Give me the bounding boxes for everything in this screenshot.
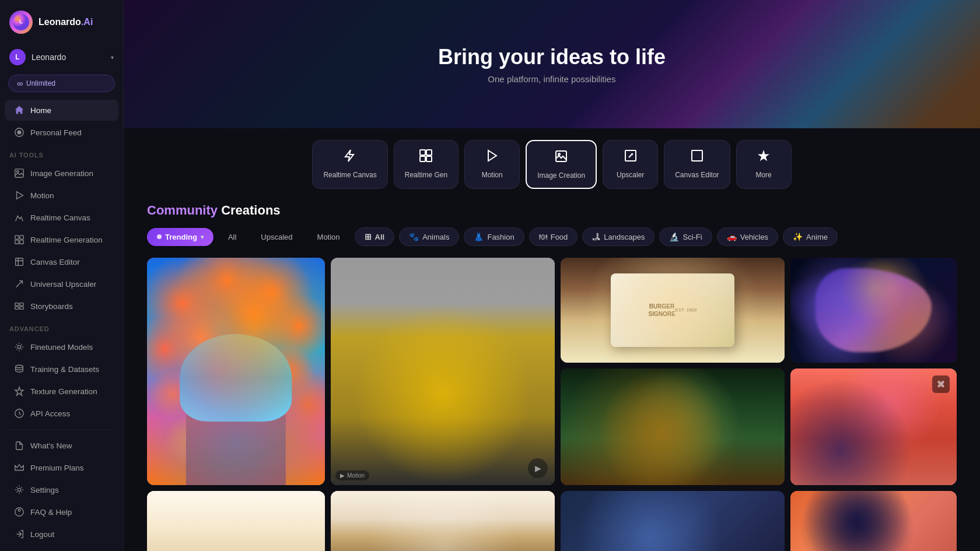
- cmd-overlay: ⌘: [932, 375, 950, 393]
- svg-marker-23: [488, 150, 496, 161]
- logo-avatar: L: [9, 10, 33, 34]
- main-content: Bring your ideas to life One platform, i…: [124, 0, 980, 551]
- sidebar-item-premium-plans[interactable]: Premium Plans: [5, 457, 118, 478]
- image-chameleon[interactable]: [561, 368, 785, 485]
- image-generation-icon: [14, 168, 24, 178]
- filter-cat-vehicles[interactable]: 🚗 Vehicles: [717, 227, 778, 246]
- filter-row: Trending ▾ All Upscaled Motion ⊞ All 🐾 A…: [147, 227, 957, 246]
- svg-rect-27: [692, 150, 702, 161]
- texture-icon: [14, 386, 24, 396]
- filter-motion[interactable]: Motion: [307, 228, 350, 246]
- tools-row: Realtime Canvas Realtime Gen Motion Imag…: [124, 128, 980, 203]
- filter-trending[interactable]: Trending ▾: [147, 228, 214, 246]
- svg-rect-22: [426, 156, 432, 162]
- training-icon: [14, 364, 24, 374]
- sidebar-item-realtime-generation[interactable]: Realtime Generation: [5, 229, 118, 250]
- tool-realtime-canvas[interactable]: Realtime Canvas: [312, 140, 387, 189]
- image-cream[interactable]: [147, 491, 325, 551]
- landscapes-icon: 🏞: [592, 232, 600, 241]
- play-button[interactable]: ▶: [528, 458, 548, 478]
- sidebar-item-logout[interactable]: Logout: [5, 524, 118, 545]
- hero-subtitle: One platform, infinite possibilities: [438, 74, 666, 84]
- image-illustration[interactable]: ⌘: [790, 368, 957, 485]
- image-yellow-suit[interactable]: ▶ ▶ Motion: [331, 258, 555, 485]
- sidebar-item-texture-generation[interactable]: Texture Generation: [5, 381, 118, 402]
- hero-section: Bring your ideas to life One platform, i…: [124, 0, 980, 128]
- filter-cat-fashion[interactable]: 👗 Fashion: [464, 227, 524, 246]
- sidebar-item-motion[interactable]: Motion: [5, 185, 118, 206]
- plan-badge[interactable]: ∞ Unlimited: [8, 75, 115, 92]
- canvas-editor-sidebar-icon: [14, 257, 24, 267]
- ai-tools-section-label: AI Tools: [0, 143, 123, 162]
- image-anime-girl[interactable]: [790, 491, 957, 551]
- tool-more[interactable]: More: [736, 140, 792, 189]
- user-menu[interactable]: L Leonardo ▾: [0, 44, 123, 70]
- whats-new-icon: [14, 440, 24, 451]
- svg-rect-10: [16, 258, 23, 266]
- filter-cat-animals[interactable]: 🐾 Animals: [399, 227, 459, 246]
- user-name: Leonardo: [32, 52, 105, 62]
- filter-cat-landscapes[interactable]: 🏞 Landscapes: [582, 227, 654, 246]
- sidebar-item-whats-new[interactable]: What's New: [5, 435, 118, 456]
- trending-chevron-icon: ▾: [201, 234, 204, 240]
- svg-text:L: L: [19, 18, 23, 24]
- motion-sidebar-icon: [14, 190, 24, 201]
- tool-image-creation[interactable]: Image Creation: [526, 140, 597, 189]
- filter-cat-food[interactable]: 🍽 Food: [529, 227, 578, 246]
- sidebar-item-personal-feed[interactable]: Personal Feed: [5, 122, 118, 143]
- sidebar-item-finetuned-models[interactable]: Finetuned Models: [5, 336, 118, 357]
- svg-marker-5: [17, 192, 23, 199]
- svg-rect-20: [426, 150, 432, 155]
- all-cat-icon: ⊞: [365, 232, 372, 241]
- svg-rect-13: [15, 307, 19, 310]
- upscaler-sidebar-icon: [14, 279, 24, 289]
- image-3d-abstract[interactable]: [790, 258, 957, 363]
- tool-upscaler[interactable]: Upscaler: [603, 140, 658, 189]
- image-burger[interactable]: BURGERSIGNOREEST. 1922: [561, 258, 785, 363]
- tool-motion[interactable]: Motion: [464, 140, 520, 189]
- image-fashion-woman[interactable]: [147, 258, 325, 485]
- sidebar-item-storyboards[interactable]: Storyboards: [5, 296, 118, 317]
- image-grid-row2: [147, 491, 957, 551]
- sidebar-item-training-datasets[interactable]: Training & Datasets: [5, 359, 118, 380]
- food-icon: 🍽: [539, 232, 547, 241]
- svg-rect-11: [15, 303, 19, 306]
- home-icon: [14, 105, 24, 115]
- image-creation-icon: [554, 149, 568, 167]
- svg-point-4: [17, 171, 19, 173]
- hero-content: Bring your ideas to life One platform, i…: [438, 45, 666, 84]
- realtime-canvas-sidebar-icon: [14, 212, 24, 223]
- upscaler-icon: [624, 149, 638, 166]
- filter-upscaled[interactable]: Upscaled: [251, 228, 302, 246]
- filter-cat-sci-fi[interactable]: 🔬 Sci-Fi: [659, 227, 712, 246]
- motion-label-tool: Motion: [482, 171, 503, 179]
- image-extra[interactable]: [561, 491, 785, 551]
- unlimited-icon: ∞: [17, 79, 23, 88]
- sidebar-item-faq-help[interactable]: FAQ & Help: [5, 501, 118, 522]
- svg-rect-9: [20, 240, 23, 244]
- sidebar-item-home[interactable]: Home: [5, 100, 118, 121]
- sidebar-item-image-generation[interactable]: Image Generation: [5, 163, 118, 184]
- filter-cat-anime[interactable]: ✨ Anime: [783, 227, 838, 246]
- sidebar-item-settings[interactable]: Settings: [5, 479, 118, 500]
- more-label: More: [755, 171, 771, 179]
- sidebar-item-api-access[interactable]: API Access: [5, 403, 118, 424]
- realtime-canvas-label: Realtime Canvas: [323, 171, 376, 179]
- sidebar-item-universal-upscaler[interactable]: Universal Upscaler: [5, 273, 118, 294]
- tool-canvas-editor[interactable]: Canvas Editor: [664, 140, 730, 189]
- logo[interactable]: L Leonardo.Ai: [0, 0, 123, 44]
- image-creation-label: Image Creation: [537, 171, 585, 180]
- sidebar-item-canvas-editor[interactable]: Canvas Editor: [5, 251, 118, 272]
- sidebar-item-realtime-canvas[interactable]: Realtime Canvas: [5, 207, 118, 228]
- filter-all-time[interactable]: All: [218, 228, 246, 246]
- anime-icon: ✨: [793, 232, 803, 241]
- svg-rect-12: [20, 303, 23, 306]
- community-title-rest: Creations: [221, 203, 280, 217]
- svg-rect-6: [15, 236, 19, 239]
- more-icon: [757, 149, 771, 166]
- chevron-down-icon: ▾: [111, 54, 114, 61]
- tool-realtime-gen[interactable]: Realtime Gen: [394, 140, 459, 189]
- image-bag[interactable]: [331, 491, 555, 551]
- svg-rect-8: [15, 240, 19, 244]
- filter-cat-all[interactable]: ⊞ All: [355, 227, 395, 246]
